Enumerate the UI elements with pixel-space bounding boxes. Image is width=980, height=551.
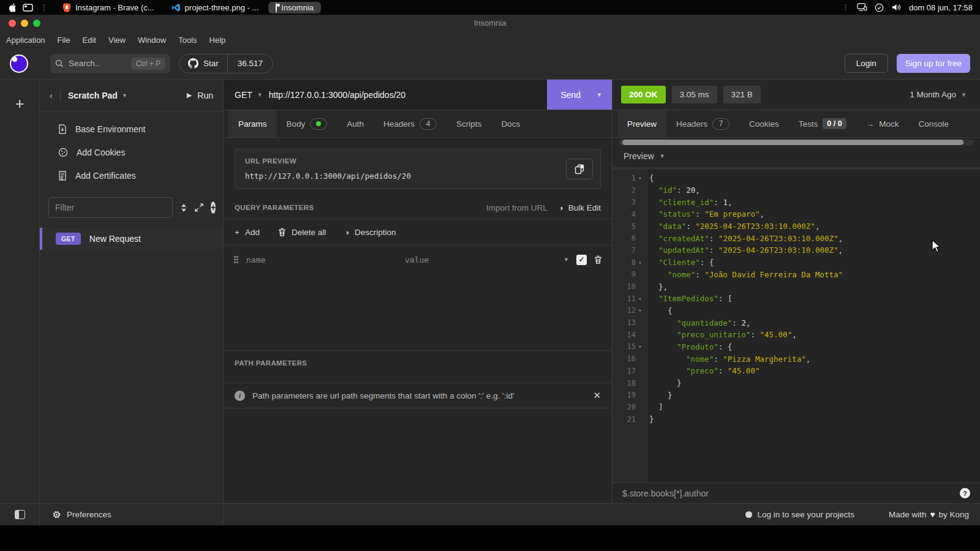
delete-all-params-button[interactable]: Delete all bbox=[278, 228, 326, 237]
os-tab-insomnia[interactable]: Insomnia bbox=[268, 2, 321, 13]
fold-arrow-icon[interactable]: ▾ bbox=[636, 175, 644, 181]
line-number: 17 bbox=[612, 367, 636, 375]
method-dropdown[interactable]: GET ▼ bbox=[224, 90, 269, 100]
code-line-8: 8▾"Cliente": { bbox=[612, 257, 980, 269]
sidebar-item-add-cookies[interactable]: Add Cookies bbox=[40, 141, 223, 164]
menu-edit[interactable]: Edit bbox=[83, 36, 96, 45]
search-input[interactable]: Search.. Ctrl + P bbox=[50, 54, 170, 73]
toggle-sidebar-icon[interactable] bbox=[15, 510, 25, 519]
request-tab-params[interactable]: Params bbox=[228, 110, 277, 137]
window-titlebar: Insomnia bbox=[0, 15, 980, 32]
url-input[interactable]: http://127.0.0.1:3000/api/pedidos/20 bbox=[269, 90, 405, 100]
response-tab-console[interactable]: Console bbox=[908, 110, 959, 137]
param-enabled-checkbox[interactable]: ✓ bbox=[576, 255, 587, 265]
update-check-icon[interactable] bbox=[875, 3, 884, 12]
screen-mirroring-icon[interactable] bbox=[857, 3, 867, 12]
param-options-dropdown[interactable]: ▼ bbox=[564, 257, 569, 263]
os-tab-label: Instagram - Brave (c... bbox=[75, 3, 154, 12]
insomnia-icon bbox=[276, 3, 277, 12]
sidebar-item-label: Base Environment bbox=[75, 124, 145, 134]
response-tab-preview[interactable]: Preview bbox=[617, 110, 666, 137]
github-star-button[interactable]: Star 36.517 bbox=[179, 54, 273, 73]
login-button[interactable]: Login bbox=[845, 54, 888, 73]
os-tab-brave[interactable]: Instagram - Brave (c... bbox=[55, 1, 162, 13]
response-tab-headers[interactable]: Headers7 bbox=[666, 110, 739, 137]
heart-icon: ♥ bbox=[930, 510, 935, 519]
request-tab-scripts[interactable]: Scripts bbox=[447, 110, 491, 137]
request-tab-docs[interactable]: Docs bbox=[491, 110, 530, 137]
window-switcher-icon[interactable] bbox=[23, 4, 33, 12]
response-tab-mock[interactable]: →Mock bbox=[856, 110, 909, 137]
menu-window[interactable]: Window bbox=[138, 36, 166, 45]
volume-icon[interactable] bbox=[891, 3, 902, 12]
sort-icon[interactable] bbox=[180, 203, 187, 212]
response-body-viewer[interactable]: 1▾{2"id": 20,3"cliente_id": 1,4"status":… bbox=[612, 167, 980, 482]
fold-arrow-icon[interactable]: ▾ bbox=[636, 307, 644, 313]
toggle-description-button[interactable]: ◑ Description bbox=[344, 228, 396, 237]
request-tab-body[interactable]: Body bbox=[277, 110, 337, 137]
menu-application[interactable]: Application bbox=[6, 36, 45, 45]
delete-param-button[interactable] bbox=[594, 255, 602, 264]
search-placeholder: Search.. bbox=[69, 59, 99, 68]
file-icon bbox=[58, 124, 67, 134]
menu-file[interactable]: File bbox=[58, 36, 70, 45]
horizontal-scrollbar[interactable] bbox=[619, 140, 974, 145]
code-line-2: 2"id": 20, bbox=[612, 184, 980, 197]
login-hint-button[interactable]: Log in to see your projects bbox=[745, 510, 854, 519]
preview-mode-dropdown[interactable]: Preview ▼ bbox=[612, 145, 980, 167]
sidebar-item-label: Add Certificates bbox=[75, 171, 136, 181]
insomnia-logo-icon[interactable] bbox=[10, 54, 28, 73]
request-tab-headers[interactable]: Headers4 bbox=[374, 110, 447, 137]
menu-view[interactable]: View bbox=[108, 36, 126, 45]
dots-separator-icon: ⋮ bbox=[842, 4, 850, 11]
copy-url-button[interactable] bbox=[566, 159, 593, 179]
response-tab-cookies[interactable]: Cookies bbox=[739, 110, 789, 137]
sidebar-item-base-environment[interactable]: Base Environment bbox=[40, 118, 223, 141]
account-dot-icon bbox=[745, 511, 752, 518]
tab-label: Docs bbox=[501, 119, 520, 129]
add-param-button[interactable]: + Add bbox=[235, 228, 260, 237]
drag-handle-icon[interactable] bbox=[233, 255, 239, 264]
response-tabs: PreviewHeaders7CookiesTests0 / 0→MockCon… bbox=[612, 110, 980, 138]
vscode-icon bbox=[172, 3, 181, 12]
apple-logo-icon[interactable] bbox=[7, 3, 15, 12]
filter-input[interactable] bbox=[48, 197, 173, 218]
code-line-15: 15▾"Produto": { bbox=[612, 341, 980, 353]
param-value-input[interactable] bbox=[405, 255, 556, 264]
sidebar-item-add-certificates[interactable]: Add Certificates bbox=[40, 164, 223, 187]
import-from-url-button[interactable]: Import from URL bbox=[486, 203, 548, 212]
request-tab-auth[interactable]: Auth bbox=[337, 110, 374, 137]
bulk-edit-toggle[interactable]: ◑ Bulk Edit bbox=[559, 203, 601, 212]
fold-arrow-icon[interactable]: ▾ bbox=[636, 296, 644, 302]
add-request-button[interactable]: + bbox=[211, 201, 216, 214]
menubar-clock[interactable]: dom 08 jun, 17:58 bbox=[909, 3, 973, 12]
fold-arrow-icon[interactable]: ▾ bbox=[636, 260, 644, 266]
workspace-dropdown[interactable]: Scratch Pad ▼ bbox=[68, 91, 127, 100]
fold-arrow-icon[interactable]: ▾ bbox=[636, 343, 644, 350]
menu-tools[interactable]: Tools bbox=[178, 36, 197, 45]
back-chevron-button[interactable]: ‹ bbox=[50, 90, 53, 100]
play-icon: ▶ bbox=[187, 91, 192, 99]
param-name-input[interactable] bbox=[246, 255, 398, 264]
query-parameters-label: QUERY PARAMETERS bbox=[235, 204, 314, 211]
new-workspace-plus-button[interactable]: + bbox=[0, 96, 39, 111]
request-list-item[interactable]: GET New Request bbox=[40, 228, 223, 250]
response-panel: 200 OK 3.05 ms 321 B 1 Month Ago ▼ Previ… bbox=[612, 80, 980, 503]
menu-help[interactable]: Help bbox=[209, 36, 226, 45]
response-history-dropdown[interactable]: 1 Month Ago ▼ bbox=[910, 90, 967, 99]
tab-label: Headers bbox=[383, 119, 415, 129]
response-tab-tests[interactable]: Tests0 / 0 bbox=[789, 110, 856, 137]
chevron-down-icon: ▼ bbox=[660, 153, 665, 159]
signup-button[interactable]: Sign up for free bbox=[897, 54, 970, 73]
preferences-button[interactable]: Preferences bbox=[40, 504, 224, 525]
os-tab-vscode[interactable]: project-three.png - ... bbox=[164, 2, 266, 13]
send-button[interactable]: Send ▼ bbox=[547, 80, 612, 110]
tab-label: Mock bbox=[879, 119, 899, 129]
tests-count-badge: 0 / 0 bbox=[823, 118, 846, 129]
close-icon[interactable]: ✕ bbox=[593, 390, 601, 401]
tab-label: Preview bbox=[627, 119, 657, 129]
expand-icon[interactable] bbox=[195, 203, 203, 212]
json-path-filter-input[interactable] bbox=[622, 489, 960, 498]
filter-help-icon[interactable]: ? bbox=[960, 488, 970, 498]
run-button[interactable]: ▶ Run bbox=[187, 91, 213, 100]
